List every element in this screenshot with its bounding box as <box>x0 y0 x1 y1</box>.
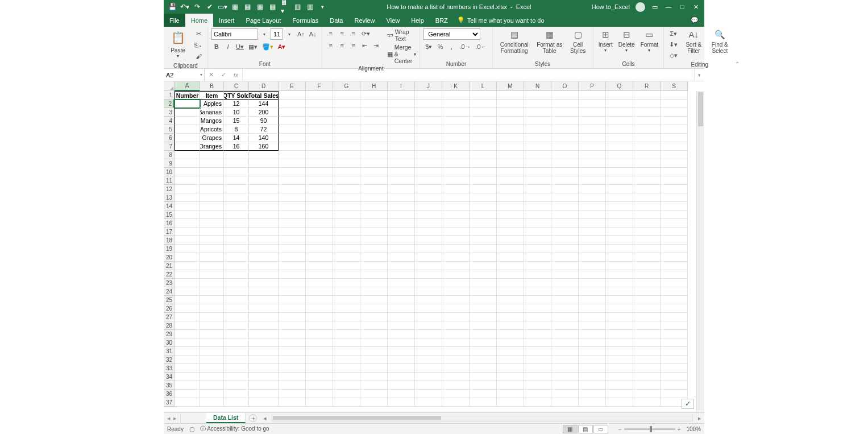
cell[interactable] <box>497 381 524 390</box>
cell[interactable] <box>333 185 360 193</box>
indent-inc-icon[interactable]: ⇥ <box>371 40 381 51</box>
cell[interactable] <box>224 262 249 270</box>
cell[interactable] <box>306 270 333 279</box>
touch-icon[interactable]: ▭▾ <box>218 3 226 11</box>
comma-icon[interactable]: , <box>446 42 456 52</box>
cell[interactable] <box>249 219 279 228</box>
cell[interactable] <box>306 228 333 236</box>
cell[interactable] <box>551 210 579 219</box>
cell[interactable] <box>279 91 306 100</box>
column-header[interactable]: L <box>470 81 497 91</box>
cell[interactable] <box>606 91 633 100</box>
cell[interactable] <box>470 296 497 304</box>
cell[interactable] <box>661 347 688 356</box>
cell[interactable] <box>333 338 360 347</box>
cell[interactable] <box>579 381 606 390</box>
cell[interactable] <box>524 270 551 279</box>
cell[interactable] <box>200 279 224 287</box>
cell[interactable] <box>415 151 442 159</box>
cell[interactable] <box>497 236 524 245</box>
cell[interactable] <box>249 245 279 253</box>
cell[interactable] <box>333 390 360 398</box>
cell[interactable]: 160 <box>249 142 279 151</box>
cell[interactable] <box>333 117 360 125</box>
cell[interactable] <box>551 134 579 142</box>
cell[interactable] <box>579 296 606 304</box>
cell[interactable] <box>470 219 497 228</box>
cell[interactable] <box>415 364 442 373</box>
cell[interactable] <box>249 381 279 390</box>
cell[interactable] <box>249 236 279 245</box>
cell[interactable] <box>175 347 200 356</box>
cell[interactable] <box>224 159 249 168</box>
cell[interactable] <box>224 296 249 304</box>
cell[interactable] <box>175 117 200 125</box>
cell[interactable] <box>175 236 200 245</box>
cell[interactable] <box>388 279 415 287</box>
cell[interactable] <box>200 202 224 210</box>
cell[interactable] <box>333 228 360 236</box>
cell[interactable] <box>175 270 200 279</box>
cell[interactable]: Bananas <box>200 108 224 117</box>
cell[interactable] <box>551 330 579 338</box>
cell[interactable] <box>306 338 333 347</box>
row-header[interactable]: 2 <box>164 100 175 108</box>
cell[interactable] <box>633 279 661 287</box>
cell[interactable] <box>388 245 415 253</box>
cell[interactable] <box>442 270 470 279</box>
row-header[interactable]: 10 <box>164 168 175 176</box>
cell[interactable] <box>579 304 606 313</box>
cell[interactable] <box>442 202 470 210</box>
pivot-icon[interactable]: ▥ <box>293 3 301 11</box>
cell[interactable] <box>224 330 249 338</box>
cell[interactable] <box>306 91 333 100</box>
row-header[interactable]: 23 <box>164 279 175 287</box>
cell[interactable] <box>497 364 524 373</box>
cell[interactable] <box>333 100 360 108</box>
cell[interactable] <box>551 321 579 330</box>
cell[interactable] <box>551 100 579 108</box>
cell[interactable] <box>661 236 688 245</box>
cell[interactable] <box>306 390 333 398</box>
cell[interactable] <box>606 262 633 270</box>
cell[interactable] <box>524 151 551 159</box>
cell[interactable] <box>442 304 470 313</box>
cell[interactable] <box>249 253 279 262</box>
cell[interactable] <box>497 338 524 347</box>
cell[interactable] <box>442 176 470 185</box>
cell[interactable] <box>200 219 224 228</box>
cell[interactable] <box>497 210 524 219</box>
row-header[interactable]: 9 <box>164 159 175 168</box>
cell[interactable] <box>551 125 579 134</box>
hscroll-track[interactable] <box>272 415 693 421</box>
cell[interactable] <box>579 287 606 296</box>
cell[interactable] <box>415 381 442 390</box>
wrap-text-button[interactable]: ⮒Wrap Text <box>387 28 417 42</box>
cell[interactable] <box>606 159 633 168</box>
tab-brz[interactable]: BRZ <box>430 14 454 27</box>
tab-page-layout[interactable]: Page Layout <box>240 14 287 27</box>
cell[interactable] <box>306 347 333 356</box>
row-header[interactable]: 19 <box>164 245 175 253</box>
cell[interactable] <box>579 356 606 364</box>
row-header[interactable]: 14 <box>164 202 175 210</box>
copy-icon[interactable]: ⎘▾ <box>193 40 204 50</box>
cell[interactable] <box>279 381 306 390</box>
cell[interactable] <box>524 168 551 176</box>
cell[interactable] <box>606 338 633 347</box>
cell[interactable] <box>360 125 388 134</box>
cell[interactable] <box>279 330 306 338</box>
cell[interactable] <box>415 185 442 193</box>
cell[interactable] <box>633 373 661 381</box>
cell[interactable] <box>415 296 442 304</box>
cell[interactable] <box>249 373 279 381</box>
column-header[interactable]: I <box>388 81 415 91</box>
italic-button[interactable]: I <box>223 42 233 52</box>
cell[interactable] <box>333 176 360 185</box>
cell[interactable] <box>200 253 224 262</box>
cell[interactable] <box>175 185 200 193</box>
cell[interactable] <box>470 262 497 270</box>
cell[interactable] <box>661 91 688 100</box>
formula-input[interactable] <box>243 69 694 81</box>
cell[interactable] <box>333 313 360 321</box>
